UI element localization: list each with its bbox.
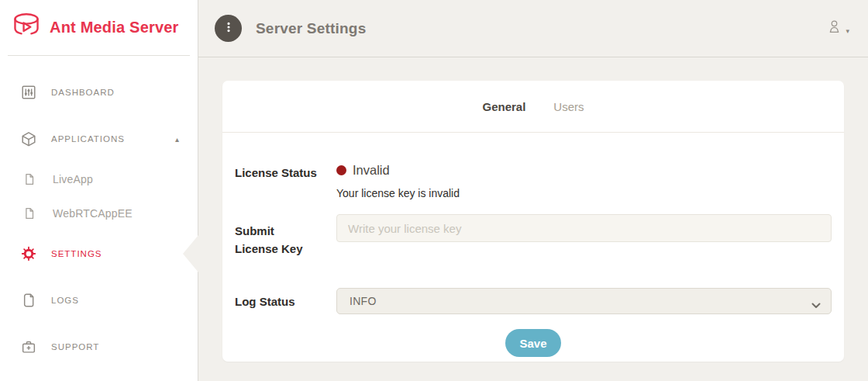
active-item-notch — [183, 235, 198, 272]
status-dot-icon — [336, 165, 346, 175]
log-status-row: Log Status INFO — [235, 288, 832, 314]
settings-card: General Users License Status Invalid You… — [222, 81, 844, 362]
kebab-menu-icon — [220, 19, 237, 38]
license-key-input-wrap — [336, 214, 832, 258]
chevron-up-icon[interactable]: ▴ — [175, 135, 179, 144]
file-icon — [22, 206, 36, 220]
sidebar-item-label: APPLICATIONS — [51, 134, 125, 144]
chevron-down-icon: ▾ — [846, 23, 849, 35]
dashboard-icon — [20, 84, 37, 101]
license-status-value: Invalid — [353, 163, 390, 178]
ant-media-logo-icon — [11, 12, 42, 43]
sidebar-item-label: SUPPORT — [51, 342, 99, 352]
brand-logo[interactable]: Ant Media Server — [0, 0, 198, 55]
user-menu-button[interactable]: ▾ — [825, 18, 849, 39]
log-status-label: Log Status — [235, 288, 336, 314]
settings-form: License Status Invalid Your license key … — [222, 133, 844, 357]
brand-name: Ant Media Server — [50, 19, 179, 36]
sidebar-item-label: SETTINGS — [51, 249, 102, 258]
sidebar-item-logs[interactable]: LOGS — [0, 277, 198, 324]
sidebar-nav: DASHBOARD APPLICATIONS ▴ LiveApp — [0, 56, 198, 370]
file-icon — [22, 172, 36, 186]
sidebar: Ant Media Server DASHBOARD — [0, 0, 198, 381]
page-title: Server Settings — [256, 20, 366, 37]
license-status-line: Invalid — [336, 163, 832, 178]
license-status-message: Your license key is invalid — [336, 187, 832, 199]
sidebar-item-label: LiveApp — [53, 173, 93, 185]
applications-icon — [20, 130, 37, 147]
support-icon — [20, 338, 37, 355]
license-status-label: License Status — [235, 163, 336, 199]
license-key-label: Submit License Key — [235, 214, 336, 258]
main-area: Server Settings ▾ General Users License … — [198, 0, 868, 381]
license-status-row: License Status Invalid Your license key … — [235, 163, 832, 199]
sidebar-item-applications[interactable]: APPLICATIONS ▴ — [0, 116, 198, 162]
tab-users[interactable]: Users — [553, 100, 584, 113]
log-status-select-wrap: INFO — [336, 288, 832, 314]
save-row: Save — [235, 329, 832, 357]
gear-icon — [20, 245, 37, 262]
sidebar-item-settings[interactable]: SETTINGS — [0, 230, 198, 277]
log-status-select[interactable]: INFO — [336, 288, 832, 314]
top-bar: Server Settings ▾ — [198, 0, 868, 57]
save-button[interactable]: Save — [505, 329, 560, 357]
tab-bar: General Users — [222, 81, 844, 132]
license-key-input[interactable] — [336, 214, 832, 242]
sidebar-item-label: DASHBOARD — [51, 88, 115, 97]
license-status-value-group: Invalid Your license key is invalid — [336, 163, 832, 199]
logs-icon — [20, 292, 37, 309]
kebab-menu-button[interactable] — [215, 15, 242, 42]
user-icon — [825, 18, 843, 39]
sidebar-item-label: LOGS — [51, 296, 79, 305]
sidebar-item-liveapp[interactable]: LiveApp — [0, 162, 198, 196]
sidebar-item-webrtcappee[interactable]: WebRTCAppEE — [0, 196, 198, 230]
license-key-row: Submit License Key — [235, 214, 832, 258]
tab-general[interactable]: General — [482, 100, 525, 113]
sidebar-item-label: WebRTCAppEE — [53, 207, 133, 220]
sidebar-item-support[interactable]: SUPPORT — [0, 324, 198, 370]
sidebar-item-dashboard[interactable]: DASHBOARD — [0, 69, 198, 116]
